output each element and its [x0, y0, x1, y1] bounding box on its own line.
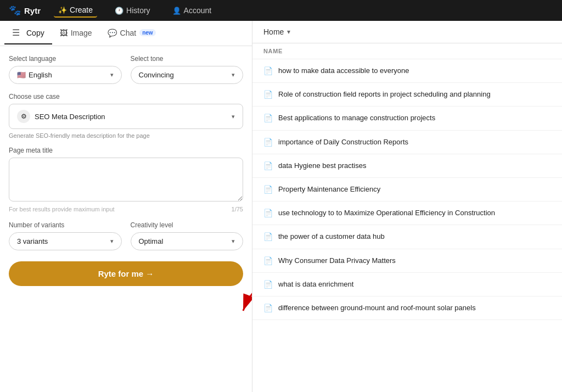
history-list-item[interactable]: 📄data Hygiene best practises [252, 154, 562, 178]
variants-label: Number of variants [9, 221, 122, 229]
create-icon: ✨ [58, 6, 67, 14]
doc-icon: 📄 [263, 304, 273, 312]
ryte-btn-label: Ryte for me → [98, 269, 154, 278]
tone-label: Select tone [131, 55, 244, 63]
logo-text: Rytr [24, 6, 41, 15]
textarea-hint-left: For best results provide maximum input [9, 206, 115, 212]
tone-value: Convincing [139, 71, 174, 79]
language-value: 🇺🇸English [17, 71, 52, 79]
language-label: Select language [9, 55, 122, 63]
creativity-chevron-icon: ▾ [232, 238, 235, 245]
history-item-text: the power of a customer data hub [278, 232, 385, 242]
page-meta-title-input[interactable] [9, 158, 243, 201]
language-chevron-icon: ▾ [110, 71, 114, 79]
doc-icon: 📄 [263, 114, 273, 122]
tab-copy-label: Copy [26, 29, 44, 37]
history-item-text: Why Consumer Data Privacy Matters [278, 256, 396, 266]
page-meta-title-label: Page meta title [9, 147, 243, 154]
history-list-item[interactable]: 📄Why Consumer Data Privacy Matters [252, 249, 562, 273]
use-case-select[interactable]: ⚙ SEO Meta Description ▾ [9, 104, 243, 129]
logo-icon: 🐾 [9, 4, 21, 16]
history-item-text: use technology to to Maximize Operationa… [278, 208, 495, 218]
nav-create-label: Create [70, 5, 93, 14]
tone-select-wrapper: Convincing ▾ [131, 66, 244, 84]
history-list-item[interactable]: 📄the power of a customer data hub [252, 225, 562, 249]
history-item-text: importance of Daily Construction Reports [278, 137, 408, 147]
history-list-item[interactable]: 📄difference between ground-mount and roo… [252, 296, 562, 320]
left-panel: ☰ Copy 🖼 Image 💬 Chat new Select languag… [0, 21, 252, 392]
tab-copy[interactable]: ☰ Copy [4, 22, 52, 44]
home-chevron-icon: ▾ [287, 28, 290, 36]
doc-icon: 📄 [263, 209, 273, 217]
doc-icon: 📄 [263, 138, 273, 147]
use-case-hint: Generate SEO-friendly meta description f… [9, 132, 243, 139]
account-icon: 👤 [172, 7, 181, 15]
variants-creativity-row: Number of variants 3 variants ▾ Creativi… [9, 221, 243, 250]
nav-create[interactable]: ✨ Create [54, 3, 97, 18]
doc-icon: 📄 [263, 232, 273, 241]
right-panel: Home ▾ NAME 📄how to make data accessible… [252, 21, 562, 392]
nav-account-label: Account [184, 6, 212, 15]
tab-image[interactable]: 🖼 Image [52, 23, 100, 44]
history-icon: 🕐 [115, 7, 123, 15]
tone-select[interactable]: Convincing ▾ [131, 66, 244, 84]
doc-icon: 📄 [263, 90, 273, 99]
variants-chevron-icon: ▾ [110, 238, 114, 245]
tone-group: Select tone Convincing ▾ [131, 55, 244, 84]
variants-select[interactable]: 3 variants ▾ [9, 232, 122, 250]
use-case-label: Choose use case [9, 93, 243, 100]
history-item-text: difference between ground-mount and roof… [278, 303, 476, 313]
creativity-select[interactable]: Optimal ▾ [131, 232, 244, 250]
textarea-hints: For best results provide maximum input 1… [9, 206, 243, 212]
history-list-item[interactable]: 📄how to make data accessible to everyone [252, 59, 562, 83]
history-item-text: Best applications to manage construction… [278, 113, 435, 123]
history-item-text: data Hygiene best practises [278, 161, 366, 171]
language-select-wrapper: 🇺🇸English ▾ [9, 66, 122, 84]
language-select[interactable]: 🇺🇸English ▾ [9, 66, 122, 84]
right-header: Home ▾ [252, 21, 562, 43]
history-list-item[interactable]: 📄Role of construction field reports in p… [252, 83, 562, 107]
history-item-text: Role of construction field reports in pr… [278, 89, 491, 99]
form-area: Select language 🇺🇸English ▾ Select tone [0, 46, 252, 392]
variants-value: 3 variants [17, 237, 48, 245]
logo[interactable]: 🐾 Rytr [9, 4, 41, 16]
history-list-item[interactable]: 📄importance of Daily Construction Report… [252, 131, 562, 154]
creativity-label: Creativity level [131, 221, 244, 229]
col-header-name: NAME [252, 43, 562, 59]
tab-image-label: Image [71, 29, 92, 37]
history-list-item[interactable]: 📄Best applications to manage constructio… [252, 107, 562, 130]
doc-icon: 📄 [263, 161, 273, 170]
history-table: NAME 📄how to make data accessible to eve… [252, 43, 562, 392]
use-case-icon: ⚙ [17, 110, 30, 123]
textarea-char-count: 1/75 [232, 206, 243, 212]
history-item-text: Property Maintenance Efficiency [278, 184, 380, 194]
creativity-value: Optimal [139, 237, 164, 245]
history-item-text: how to make data accessible to everyone [278, 66, 409, 76]
nav-account[interactable]: 👤 Account [168, 4, 216, 17]
hamburger-icon: ☰ [12, 27, 20, 38]
ryte-for-me-button[interactable]: Ryte for me → [9, 261, 243, 286]
nav-history[interactable]: 🕐 History [110, 4, 155, 17]
history-list-item[interactable]: 📄Property Maintenance Efficiency [252, 178, 562, 201]
main-layout: ☰ Copy 🖼 Image 💬 Chat new Select languag… [0, 21, 562, 392]
history-list-item[interactable]: 📄use technology to to Maximize Operation… [252, 201, 562, 225]
doc-icon: 📄 [263, 185, 273, 194]
nav-history-label: History [126, 6, 150, 15]
tab-chat[interactable]: 💬 Chat new [100, 23, 164, 44]
use-case-chevron-icon: ▾ [232, 113, 235, 120]
top-nav: 🐾 Rytr ✨ Create 🕐 History 👤 Account [0, 0, 562, 21]
doc-icon: 📄 [263, 280, 273, 289]
tab-bar: ☰ Copy 🖼 Image 💬 Chat new [0, 21, 252, 46]
use-case-value: SEO Meta Description [35, 113, 105, 121]
creativity-group: Creativity level Optimal ▾ [131, 221, 244, 250]
flag-icon: 🇺🇸 [17, 71, 26, 79]
textarea-wrapper [9, 158, 243, 204]
chat-icon: 💬 [108, 29, 117, 37]
history-list-item[interactable]: 📄what is data enrichment [252, 273, 562, 296]
home-label: Home [263, 27, 284, 36]
use-case-group: Choose use case ⚙ SEO Meta Description ▾ [9, 93, 243, 129]
tone-chevron-icon: ▾ [232, 71, 235, 79]
language-tone-row: Select language 🇺🇸English ▾ Select tone [9, 55, 243, 84]
variants-group: Number of variants 3 variants ▾ [9, 221, 122, 250]
use-case-left: ⚙ SEO Meta Description [17, 110, 105, 123]
